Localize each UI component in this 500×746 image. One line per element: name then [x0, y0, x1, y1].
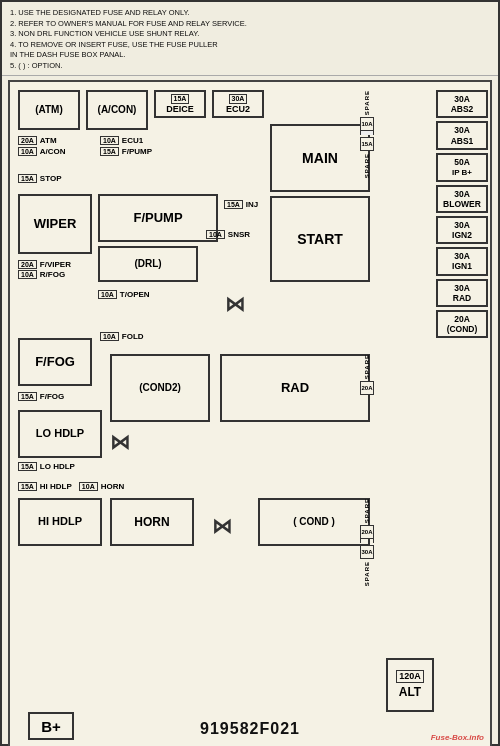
right-fuse-ign1: 30AIGN1 [436, 247, 488, 275]
fuse-atm: (ATM) [18, 90, 80, 130]
fuse-deice: 15A DEICE [154, 90, 206, 118]
spare-bottom: SPARE 20A 30A SPARE [360, 498, 374, 586]
right-fuses-col: 30AABS2 30AABS1 50AIP B+ 30ABLOWER 30AIG… [436, 90, 488, 338]
relay-symbol-3: ⋈ [212, 514, 232, 538]
fuse-diagram: (ATM) (A/CON) 15A DEICE 30A ECU2 MAIN 20… [8, 80, 492, 746]
right-fuse-abs2: 30AABS2 [436, 90, 488, 118]
label-hi-hdlp-small: 15A HI HDLP 10A HORN [18, 482, 124, 491]
fuse-drl: (DRL) [98, 246, 198, 282]
label-fold: 10A FOLD [100, 332, 144, 341]
label-inj: 15A INJ [224, 200, 258, 209]
fuse-ecu2: 30A ECU2 [212, 90, 264, 118]
instruction-3: 3. NON DRL FUNCTION VEHICLE USE SHUNT RE… [10, 29, 490, 40]
label-ffog-small: 15A F/FOG [18, 392, 64, 401]
watermark: Fuse-Box.info [431, 733, 484, 742]
fuse-main: MAIN [270, 124, 370, 192]
page: 1. USE THE DESIGNATED FUSE AND RELAY ONL… [0, 0, 500, 746]
right-fuse-blower: 30ABLOWER [436, 185, 488, 213]
fuse-cond2: (COND2) [110, 354, 210, 422]
label-ecu1: 10A ECU1 [100, 136, 152, 145]
right-fuse-ipb: 50AIP B+ [436, 153, 488, 182]
small-fuses-col2: 10A ECU1 15A F/PUMP [100, 136, 152, 156]
fuse-ffog: F/FOG [18, 338, 92, 386]
label-topen: 10A T/OPEN [98, 290, 150, 299]
relay-symbol-2: ⋈ [110, 430, 130, 454]
labels-fviper-rfog: 20A F/VIPER 10A R/FOG [18, 260, 71, 279]
instruction-2: 2. REFER TO OWNER'S MANUAL FOR FUSE AND … [10, 19, 490, 30]
instruction-4: 4. TO REMOVE OR INSERT FUSE, USE THE FUS… [10, 40, 490, 51]
instructions-block: 1. USE THE DESIGNATED FUSE AND RELAY ONL… [2, 2, 498, 76]
instruction-4b: IN THE DASH FUSE BOX PANAL. [10, 50, 490, 61]
fuse-hi-hdlp: HI HDLP [18, 498, 102, 546]
label-snsr: 10A SNSR [206, 230, 250, 239]
fuse-acon: (A/CON) [86, 90, 148, 130]
label-acon-small: 10A A/CON [18, 147, 66, 156]
right-fuse-cond: 20A(COND) [436, 310, 488, 338]
label-lo-hdlp-small: 15A LO HDLP [18, 462, 75, 471]
spare-top: SPARE 10A 15A SPARE [360, 90, 374, 178]
relay-symbol-1: ⋈ [225, 292, 245, 316]
fuse-lo-hdlp: LO HDLP [18, 410, 102, 458]
right-fuse-rad: 30ARAD [436, 279, 488, 307]
fuse-wiper: WIPER [18, 194, 92, 254]
fuse-horn: HORN [110, 498, 194, 546]
fuse-cond: ( COND ) [258, 498, 370, 546]
right-fuse-ign2: 30AIGN2 [436, 216, 488, 244]
fuse-rad: RAD [220, 354, 370, 422]
fuse-fpump-large: F/PUMP [98, 194, 218, 242]
label-fpump-small: 15A F/PUMP [100, 147, 152, 156]
spare-middle: SPARE 20A [360, 354, 374, 395]
fuse-start: START [270, 196, 370, 282]
fuse-alt: 120A ALT [386, 658, 434, 712]
bplus-box: B+ [28, 712, 74, 740]
label-atm: 20A ATM [18, 136, 66, 145]
instruction-5: 5. ( ) : OPTION. [10, 61, 490, 72]
small-fuses-col: 20A ATM 10A A/CON [18, 136, 66, 156]
label-stop: 15A STOP [18, 174, 61, 183]
part-number: 919582F021 [200, 720, 300, 738]
instruction-1: 1. USE THE DESIGNATED FUSE AND RELAY ONL… [10, 8, 490, 19]
right-fuse-abs1: 30AABS1 [436, 121, 488, 149]
